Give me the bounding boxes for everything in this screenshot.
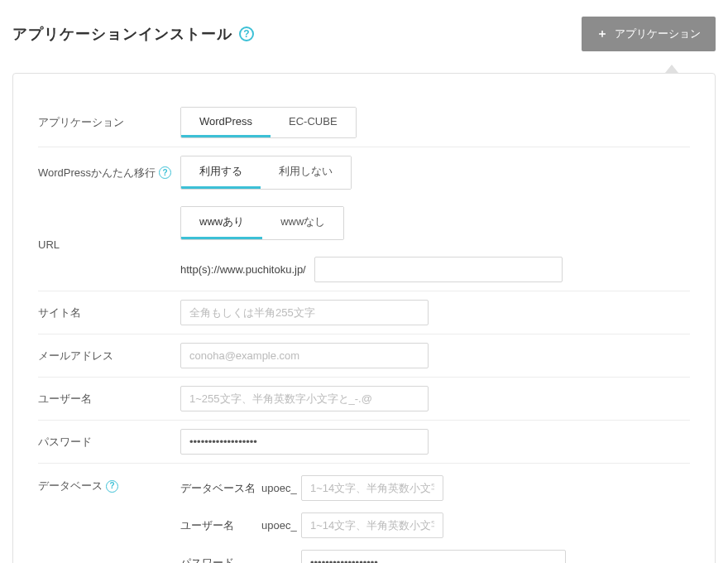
url-path-input[interactable] <box>314 257 563 282</box>
url-label: URL <box>38 238 180 251</box>
add-application-button[interactable]: ＋ アプリケーション <box>582 17 716 51</box>
password-label: パスワード <box>38 435 180 450</box>
db-password-label: パスワード <box>180 556 261 564</box>
wp-migration-label: WordPressかんたん移行 <box>38 166 156 180</box>
url-www-option-without[interactable]: wwwなし <box>262 207 343 239</box>
db-name-prefix: upoec_ <box>261 482 301 494</box>
db-user-label: ユーザー名 <box>180 518 261 533</box>
add-application-label: アプリケーション <box>615 26 701 41</box>
wp-migration-option-notuse[interactable]: 利用しない <box>261 156 351 189</box>
wp-migration-option-use[interactable]: 利用する <box>181 156 261 189</box>
site-name-label: サイト名 <box>38 306 180 320</box>
plus-icon: ＋ <box>596 26 608 41</box>
database-label: データベース <box>38 479 103 493</box>
application-option-wordpress[interactable]: WordPress <box>181 108 271 137</box>
url-www-segmented: wwwあり wwwなし <box>180 206 344 240</box>
db-name-label: データベース名 <box>180 481 261 496</box>
db-password-input[interactable] <box>301 550 566 563</box>
help-icon[interactable]: ? <box>239 26 254 41</box>
url-prefix-text: http(s)://www.puchitoku.jp/ <box>180 263 306 276</box>
email-input[interactable] <box>180 343 429 368</box>
help-icon[interactable]: ? <box>106 480 118 493</box>
install-form-panel: アプリケーション WordPress EC-CUBE WordPressかんたん… <box>12 73 716 563</box>
email-label: メールアドレス <box>38 349 180 363</box>
application-segmented: WordPress EC-CUBE <box>180 107 357 138</box>
db-user-prefix: upoec_ <box>261 519 301 532</box>
site-name-input[interactable] <box>180 300 429 325</box>
db-name-input[interactable] <box>301 475 443 501</box>
application-label: アプリケーション <box>38 115 180 130</box>
password-input[interactable] <box>180 429 429 455</box>
application-option-eccube[interactable]: EC-CUBE <box>271 108 356 137</box>
url-www-option-with[interactable]: wwwあり <box>181 207 262 239</box>
username-input[interactable] <box>180 386 429 411</box>
username-label: ユーザー名 <box>38 392 180 407</box>
wp-migration-segmented: 利用する 利用しない <box>180 156 352 190</box>
help-icon[interactable]: ? <box>159 166 171 179</box>
db-user-input[interactable] <box>301 512 443 538</box>
page-title: アプリケーションインストール <box>12 24 232 44</box>
